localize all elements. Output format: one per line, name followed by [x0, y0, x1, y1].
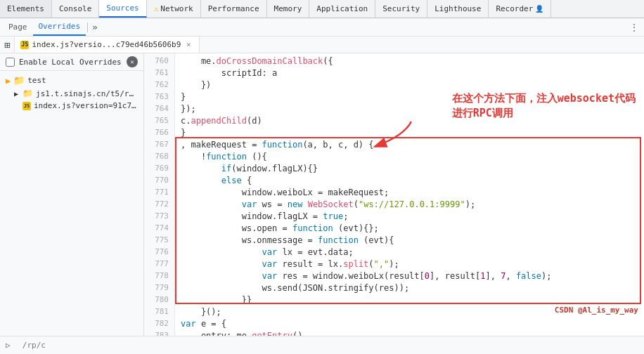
- tab-console-label: Console: [59, 4, 91, 13]
- indexjs-label: index.js?version=91c79ed46b56: [34, 101, 138, 110]
- line-777: 777: [144, 258, 174, 270]
- sources-secondary-bar: Page Overrides » ⋮: [0, 18, 644, 37]
- sync-icon[interactable]: ⋮: [627, 21, 641, 34]
- tree-item-sinajs[interactable]: ▶ 📁 js1.t.sinajs.cn/t5/register/js/v6/pl…: [0, 87, 143, 100]
- code-line-778: var res = window.weiboLx(result[0], resu…: [181, 270, 644, 282]
- code-line-777: var result = lx.split(",");: [181, 258, 644, 270]
- tab-memory[interactable]: Memory: [267, 0, 310, 18]
- secondary-tab-overrides[interactable]: Overrides: [33, 18, 86, 36]
- network-warn-icon: ⚠: [154, 4, 159, 13]
- disable-overrides-button[interactable]: [127, 56, 138, 67]
- code-line-769: if(window.flagLX){}: [181, 162, 644, 174]
- code-line-764: });: [181, 103, 644, 114]
- line-766: 766: [144, 126, 174, 138]
- folder-icon: ▶: [6, 76, 11, 86]
- code-line-767: , makeRequest = function(a, b, c, d) {: [181, 138, 644, 150]
- code-lines-container: me.doCrossDomainCallback({ scriptId: a }…: [175, 53, 644, 336]
- line-775: 775: [144, 234, 174, 246]
- line-778: 778: [144, 270, 174, 282]
- code-line-779: ws.send(JSON.stringify(res));: [181, 282, 644, 294]
- new-tab-icon: ⊞: [4, 39, 10, 51]
- code-editor[interactable]: 760 761 762 763 764 765 766 767 768 769 …: [144, 53, 644, 336]
- file-tab-index[interactable]: JS index.js?versio...c79ed46b5606b9 ×: [15, 37, 200, 53]
- line-769: 769: [144, 162, 174, 174]
- code-line-770: else {: [181, 174, 644, 186]
- code-line-783: entry: me.getEntry(),: [181, 329, 644, 336]
- file-tab-bar: ⊞ JS index.js?versio...c79ed46b5606b9 ×: [0, 37, 644, 53]
- tree-item-indexjs[interactable]: JS index.js?version=91c79ed46b56: [0, 100, 143, 112]
- folder-glyph2: 📁: [22, 88, 33, 98]
- tab-elements[interactable]: Elements: [0, 0, 52, 18]
- tab-memory-label: Memory: [274, 4, 302, 13]
- line-783: 783: [144, 329, 174, 336]
- secondary-tab-page[interactable]: Page: [3, 18, 33, 36]
- line-764: 764: [144, 103, 174, 114]
- folder-glyph: 📁: [13, 75, 25, 86]
- line-781: 781: [144, 306, 174, 317]
- tree-item-test[interactable]: ▶ 📁 test: [0, 74, 143, 87]
- devtools-tab-bar: Elements Console Sources ⚠ Network Perfo…: [0, 0, 644, 18]
- tab-security-label: Security: [382, 4, 420, 13]
- code-line-763: }: [181, 91, 644, 103]
- code-line-765: c.appendChild(d): [181, 114, 644, 126]
- line-772: 772: [144, 198, 174, 210]
- tab-network[interactable]: ⚠ Network: [147, 0, 201, 18]
- overrides-tab-label: Overrides: [39, 22, 81, 31]
- tab-application[interactable]: Application: [309, 0, 375, 18]
- console-input[interactable]: [13, 341, 638, 350]
- overrides-row: Enable Local Overrides: [0, 53, 143, 71]
- line-771: 771: [144, 186, 174, 198]
- page-tab-label: Page: [8, 22, 27, 32]
- code-line-762: }): [181, 79, 644, 91]
- tab-performance-label: Performance: [208, 4, 259, 13]
- tab-sources-label: Sources: [106, 4, 139, 13]
- bottom-bar: ▷: [0, 336, 644, 354]
- line-763: 763: [144, 91, 174, 103]
- tab-network-label: Network: [160, 4, 193, 13]
- line-776: 776: [144, 246, 174, 258]
- tab-security[interactable]: Security: [375, 0, 427, 18]
- line-782: 782: [144, 317, 174, 329]
- tab-lighthouse-label: Lighthouse: [434, 4, 481, 13]
- code-line-761: scriptId: a: [181, 67, 644, 79]
- line-779: 779: [144, 282, 174, 294]
- code-line-768: !function (){: [181, 150, 644, 162]
- line-768: 768: [144, 150, 174, 162]
- line-761: 761: [144, 67, 174, 79]
- code-line-776: var lx = evt.data;: [181, 246, 644, 258]
- tab-console[interactable]: Console: [52, 0, 99, 18]
- code-content: 760 761 762 763 764 765 766 767 768 769 …: [144, 53, 644, 336]
- local-overrides-checkbox[interactable]: [6, 58, 15, 67]
- more-tabs-button[interactable]: »: [89, 22, 101, 32]
- tab-performance[interactable]: Performance: [201, 0, 267, 18]
- sinajs-label: js1.t.sinajs.cn/t5/register/js/v6/pl/: [36, 89, 138, 98]
- recorder-user-icon: 👤: [535, 5, 543, 13]
- code-line-774: ws.open = function (evt){};: [181, 222, 644, 234]
- secondary-actions: ⋮: [627, 21, 641, 34]
- code-line-772: var ws = new WebSocket("ws://127.0.0.1:9…: [181, 198, 644, 210]
- local-overrides-label: Enable Local Overrides: [19, 58, 122, 67]
- line-767: 767: [144, 138, 174, 150]
- line-780: 780: [144, 294, 174, 306]
- new-tab-button[interactable]: ⊞: [0, 37, 15, 53]
- code-line-780: }}: [181, 294, 644, 306]
- code-line-782: var e = {: [181, 317, 644, 329]
- tab-lighthouse[interactable]: Lighthouse: [427, 0, 489, 18]
- code-line-775: ws.onmessage = function (evt){: [181, 234, 644, 246]
- expand-icon: ▶: [14, 90, 18, 98]
- tab-divider: [87, 22, 88, 32]
- code-line-760: me.doCrossDomainCallback({: [181, 55, 644, 67]
- tab-sources[interactable]: Sources: [99, 0, 146, 18]
- line-770: 770: [144, 174, 174, 186]
- line-numbers: 760 761 762 763 764 765 766 767 768 769 …: [144, 53, 175, 336]
- line-765: 765: [144, 114, 174, 126]
- main-area: Enable Local Overrides ▶ 📁 test ▶ 📁 js1.…: [0, 53, 644, 336]
- tab-recorder[interactable]: Recorder 👤: [489, 0, 551, 18]
- line-760: 760: [144, 55, 174, 67]
- file-close-button[interactable]: ×: [183, 40, 193, 50]
- prompt-arrow: ▷: [6, 341, 11, 350]
- sidebar: Enable Local Overrides ▶ 📁 test ▶ 📁 js1.…: [0, 53, 144, 336]
- line-762: 762: [144, 79, 174, 91]
- tab-application-label: Application: [316, 4, 368, 13]
- js-file-icon: JS: [20, 41, 29, 49]
